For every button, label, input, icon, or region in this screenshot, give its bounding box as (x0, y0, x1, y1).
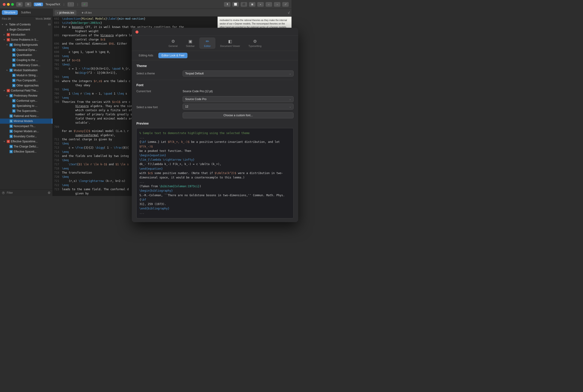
sidebar-item-effective[interactable]: ▾ C Effective Spacetime... (0, 139, 52, 144)
sidebar-item-moduli-string[interactable]: S Moduli in String... (0, 73, 52, 78)
subfiles-button[interactable]: Subfiles (19, 10, 33, 15)
settings-subtab-look[interactable]: Editor Look & Feel (158, 53, 188, 58)
settings-tab-general[interactable]: ⚙ General (165, 38, 181, 49)
settings-close-button[interactable] (136, 30, 138, 34)
window2-icon[interactable]: ⬛ (241, 2, 247, 7)
settings-tabs-bar: ⚙ General ▣ Sidebar ✏ Editor ◧ Document … (132, 36, 292, 51)
sidebar-item-some-problems[interactable]: ▾ C Some Problems in S... (0, 37, 52, 42)
check-icon[interactable]: ✓ (81, 2, 88, 7)
app-name: TexpadTeX (45, 2, 60, 6)
sidebar-tab-icon: ▣ (188, 39, 192, 44)
theme-section-title: Theme (136, 64, 292, 68)
sidebar-item-prelim[interactable]: ▾ S Preliminary Review (0, 93, 52, 98)
s-icon-noncompact: S (10, 124, 13, 128)
window1-icon[interactable]: ⬜ (232, 2, 239, 7)
mixer-icon[interactable]: ⋮⋮⋮ (68, 2, 74, 7)
minimize-traffic-light[interactable] (7, 3, 10, 6)
window3-icon[interactable]: ▣ (249, 2, 256, 7)
sidebar-item-effectivespace[interactable]: S Effective Spaceti... (0, 149, 52, 154)
settings-icon[interactable]: ⚙ (25, 2, 32, 7)
sidebar-filter: ⦿ Filter ⚙ (0, 189, 52, 196)
sidebar-toggle-icon[interactable]: ⊟ (16, 2, 23, 7)
tree-container: ▾ ≡ Table of Contents 69 ⧗ Begin Documen… (0, 21, 52, 189)
s-icon-modulistr: S (12, 74, 16, 77)
font-size-dropdown[interactable]: 12 ⌄ (182, 104, 292, 110)
s-icon-spec: S (12, 104, 16, 108)
font-section-title: Font (136, 83, 292, 87)
settings-body: Theme Select a theme Texpad Default ⌄ Fo… (132, 60, 292, 196)
settings-tab-editor[interactable]: ✏ Editor (199, 38, 216, 49)
settings-tab-typesetting[interactable]: ⚙ Typesetting (245, 38, 265, 49)
sidebar-item-inflation[interactable]: S Inflationary Cosm... (0, 63, 52, 68)
s-icon-minimal: S (10, 120, 13, 123)
current-font-label: Current font (136, 90, 182, 93)
dropdown-arrow-font: ⌄ (289, 98, 291, 100)
expand-icon[interactable]: ⤢ (282, 2, 289, 7)
current-font-value: Source Code Pro (12 pt) (182, 90, 213, 93)
s-icon-prelim: S (10, 94, 13, 97)
sidebar-item-classical[interactable]: S Classical Dyna... (0, 48, 52, 52)
sidebar-item-string-bg[interactable]: ▾ S String Backgrounds (0, 42, 52, 48)
filter-icon: ⦿ (2, 191, 5, 194)
c-icon-problems: C (7, 38, 10, 41)
structure-button[interactable]: Structure (2, 10, 18, 15)
sidebar-item-introduction[interactable]: ▸ C Introduction (0, 32, 52, 37)
file-tab-cft[interactable]: ◆ cft.tex (79, 10, 94, 15)
sidebar-item-moduli-stab[interactable]: ▾ S Moduli Stabilisation (0, 68, 52, 73)
code-line-692: 692 \subsection{Minimal Models}\label{mi… (53, 17, 218, 21)
s-icon-coupling: S (12, 58, 16, 62)
sep1: | (64, 2, 64, 6)
back-icon[interactable]: ‹ (266, 2, 272, 7)
file-tabs-bar: ● jd-thesis.tex › ◆ cft.tex √ (53, 9, 292, 17)
sidebar-item-flux[interactable]: S Flux Compactifi... (0, 78, 52, 83)
sidebar-item-coupling[interactable]: S Coupling to the ... (0, 58, 52, 63)
s-icon-flux: S (12, 79, 16, 82)
filter-settings-icon[interactable]: ⚙ (48, 191, 51, 194)
c-icon-intro: C (7, 33, 10, 36)
maximize-traffic-light[interactable] (11, 3, 14, 6)
sidebar-item-specialising[interactable]: S Specialising to ... (0, 103, 52, 108)
custom-font-button[interactable]: Choose a custom font... (182, 112, 292, 118)
sidebar-item-superconfo[interactable]: S The Superconfo... (0, 108, 52, 114)
sep2: | (77, 2, 78, 6)
sidebar-item-noncompact[interactable]: S Noncompact Th... (0, 124, 52, 129)
dropdown-arrow-theme: ⌄ (289, 72, 291, 75)
window4-icon[interactable]: ▪ (257, 2, 264, 7)
sidebar-item-boundary[interactable]: S Boundary Confor... (0, 134, 52, 139)
general-icon: ⚙ (171, 39, 175, 44)
s-icon-other: S (12, 84, 16, 87)
sidebar-item-conformal-sym[interactable]: S Conformal sym... (0, 98, 52, 103)
settings-overlay: ⚙ General ▣ Sidebar ✏ Editor ◧ Document … (132, 28, 292, 196)
sidebar-item-quantisation[interactable]: S Quantisation (0, 52, 52, 58)
filter-label: Filter (7, 191, 13, 194)
file-tab-thesis[interactable]: ● jd-thesis.tex (54, 10, 76, 15)
toc-icon: ≡ (5, 23, 8, 26)
c-icon-cft: C (7, 89, 10, 92)
c-icon-effective: C (7, 140, 10, 143)
close-traffic-light[interactable] (3, 3, 6, 6)
theme-dropdown[interactable]: Texpad Default ⌄ (182, 70, 292, 76)
toc-item[interactable]: ▾ ≡ Table of Contents 69 (0, 22, 52, 27)
sidebar-toolbar: Structure Subfiles (0, 9, 52, 16)
settings-tab-sidebar[interactable]: ▣ Sidebar (182, 38, 198, 49)
sidebar-item-begin-doc[interactable]: ⧗ Begin Document (0, 27, 52, 32)
font-name-dropdown[interactable]: Source Code Pro ⌄ (182, 96, 292, 102)
settings-subtabs-bar: Editing Aids Editor Look & Feel (132, 51, 292, 60)
typesetting-tab-icon: ⚙ (253, 39, 257, 44)
sidebar-item-cft[interactable]: ▾ C Conformal Field The... (0, 88, 52, 93)
sidebar-item-gepner[interactable]: S Gepner Models an... (0, 129, 52, 134)
sidebar-item-other[interactable]: S Other approaches (0, 83, 52, 88)
sidebar-item-charge[interactable]: S The Charge Defici... (0, 144, 52, 149)
s-icon-effectivespace: S (10, 150, 13, 153)
sidebar-item-minimal[interactable]: S Minimal Models (0, 118, 52, 124)
preview-area: % Sample text to demonstrate highlightin… (136, 128, 292, 196)
s-icon-gepner: S (10, 130, 13, 133)
forward-icon[interactable]: › (274, 2, 280, 7)
settings-tab-docviewer[interactable]: ◧ Document Viewer (216, 38, 244, 49)
traffic-lights (3, 3, 14, 6)
sidebar-item-rational[interactable]: S Rational and Nonc... (0, 114, 52, 118)
s-icon-superconfo: S (12, 109, 16, 112)
share-icon[interactable]: ⬆ (224, 2, 230, 7)
settings-subtab-editing[interactable]: Editing Aids (136, 53, 156, 58)
select-font-label: Select a new font (136, 106, 182, 109)
